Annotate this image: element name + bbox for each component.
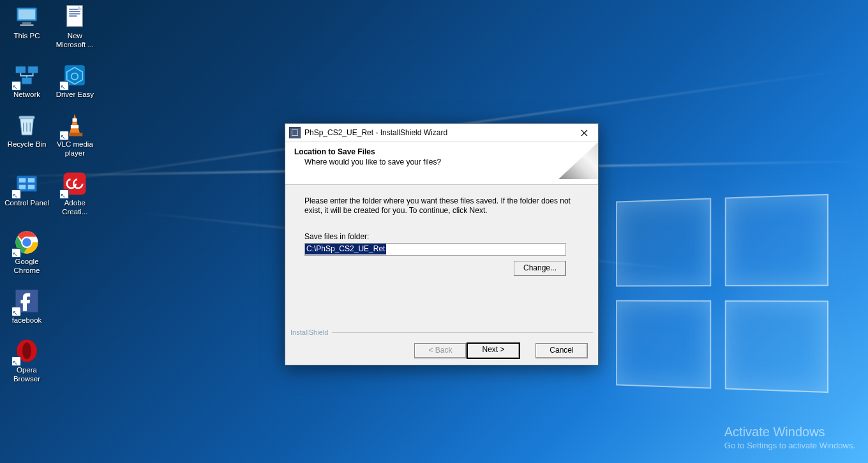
desktop-icon-label: Recycle Bin bbox=[8, 138, 47, 149]
svg-rect-1 bbox=[19, 10, 35, 20]
watermark-title: Activate Windows bbox=[724, 425, 855, 439]
svg-rect-7 bbox=[70, 13, 81, 15]
svg-rect-18 bbox=[71, 125, 79, 128]
svg-rect-11 bbox=[28, 66, 38, 73]
close-icon bbox=[581, 129, 588, 136]
desktop-icon-network[interactable]: Network bbox=[4, 62, 50, 99]
recycle-bin-icon bbox=[13, 112, 40, 138]
desktop-icon-label: This PC bbox=[14, 30, 40, 40]
desktop-icon-facebook[interactable]: facebook bbox=[4, 288, 50, 325]
svg-rect-21 bbox=[19, 178, 26, 182]
dialog-subheading: Where would you like to save your files? bbox=[304, 158, 590, 166]
activate-windows-watermark: Activate Windows Go to Settings to activ… bbox=[724, 425, 855, 450]
folder-path-value: C:\PhSp_CS2_UE_Ret bbox=[305, 244, 386, 254]
svg-rect-12 bbox=[22, 78, 32, 85]
desktop-icon-this-pc[interactable]: This PC bbox=[4, 3, 50, 40]
desktop-icon-opera[interactable]: Opera Browser bbox=[4, 337, 50, 383]
desktop-icon-vlc[interactable]: VLC media player bbox=[52, 112, 98, 158]
app-icon bbox=[289, 127, 301, 138]
svg-rect-13 bbox=[65, 65, 86, 85]
separator bbox=[332, 332, 593, 333]
watermark-subtitle: Go to Settings to activate Windows. bbox=[724, 441, 855, 450]
installshield-wizard-dialog: PhSp_CS2_UE_Ret - InstallShield Wizard L… bbox=[285, 123, 599, 365]
back-button: < Back bbox=[414, 343, 467, 358]
dialog-body: Please enter the folder where you want t… bbox=[285, 185, 598, 279]
installshield-brand: InstallShield bbox=[290, 328, 328, 336]
control-panel-icon bbox=[13, 170, 40, 197]
folder-field-label: Save files in folder: bbox=[304, 232, 580, 241]
facebook-icon bbox=[13, 288, 40, 314]
chrome-icon bbox=[13, 229, 40, 256]
desktop-icon-new-document[interactable]: New Microsoft ... bbox=[52, 3, 98, 49]
document-icon bbox=[61, 3, 88, 30]
svg-rect-3 bbox=[20, 24, 34, 26]
desktop-icon-label: Opera Browser bbox=[4, 364, 49, 383]
network-icon bbox=[13, 62, 40, 89]
adobe-cc-icon bbox=[61, 170, 88, 197]
svg-point-33 bbox=[22, 342, 31, 359]
folder-path-input[interactable]: C:\PhSp_CS2_UE_Ret bbox=[304, 243, 566, 256]
dialog-footer: < Back Next > Cancel bbox=[285, 337, 598, 365]
svg-rect-22 bbox=[28, 178, 35, 182]
driver-easy-icon bbox=[61, 62, 88, 89]
opera-icon bbox=[13, 337, 40, 364]
svg-rect-19 bbox=[67, 133, 83, 136]
svg-rect-6 bbox=[70, 11, 81, 12]
svg-rect-10 bbox=[16, 66, 26, 73]
desktop-icon-label: Google Chrome bbox=[4, 256, 49, 275]
dialog-header: Location to Save Files Where would you l… bbox=[285, 142, 598, 184]
close-button[interactable] bbox=[570, 124, 598, 142]
titlebar[interactable]: PhSp_CS2_UE_Ret - InstallShield Wizard bbox=[285, 124, 598, 142]
desktop-icon-driver-easy[interactable]: Driver Easy bbox=[52, 62, 98, 99]
dialog-heading: Location to Save Files bbox=[294, 147, 590, 156]
svg-rect-8 bbox=[70, 15, 77, 17]
desktop-icon-control-panel[interactable]: Control Panel bbox=[4, 170, 50, 207]
desktop-icon-chrome[interactable]: Google Chrome bbox=[4, 229, 50, 275]
brand-row: InstallShield bbox=[290, 328, 593, 337]
svg-rect-24 bbox=[28, 185, 35, 189]
desktop-icon-label: VLC media player bbox=[52, 138, 97, 158]
desktop-icon-label: New Microsoft ... bbox=[52, 30, 97, 49]
next-button[interactable]: Next > bbox=[467, 342, 520, 359]
desktop-icon-label: Adobe Creati... bbox=[52, 197, 97, 216]
svg-rect-23 bbox=[19, 185, 26, 189]
instruction-text: Please enter the folder where you want t… bbox=[304, 196, 580, 216]
svg-rect-15 bbox=[19, 116, 35, 119]
desktop-icon-recycle-bin[interactable]: Recycle Bin bbox=[4, 112, 50, 149]
cancel-button[interactable]: Cancel bbox=[535, 343, 588, 358]
vlc-icon bbox=[61, 112, 88, 138]
computer-icon bbox=[13, 3, 40, 30]
svg-rect-2 bbox=[22, 22, 31, 25]
change-folder-button[interactable]: Change... bbox=[514, 261, 566, 276]
svg-rect-17 bbox=[73, 119, 77, 122]
svg-marker-16 bbox=[70, 114, 80, 133]
desktop-icon-adobe-cc[interactable]: Adobe Creati... bbox=[52, 170, 98, 216]
window-title: PhSp_CS2_UE_Ret - InstallShield Wizard bbox=[304, 128, 570, 137]
